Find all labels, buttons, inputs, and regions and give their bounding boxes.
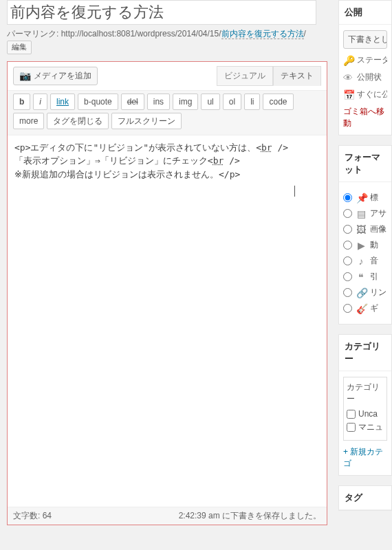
format-radio[interactable]: [343, 272, 352, 281]
category-label: Unca: [358, 409, 378, 419]
format-label: 音: [370, 255, 378, 267]
format-option[interactable]: ❝引: [343, 271, 387, 283]
quicktag-toolbar: b i link b-quote del ins img ul ol li co…: [8, 90, 327, 135]
format-option[interactable]: ♪音: [343, 255, 387, 267]
category-item[interactable]: Unca: [347, 409, 384, 419]
format-box: フォーマット 📌標▤アサ🖼画像▶動♪音❝引🔗リン🎸ギ: [338, 145, 392, 324]
permalink-slug[interactable]: 前内容を復元する方法: [221, 29, 304, 39]
add-new-category[interactable]: + 新規カテゴ: [343, 446, 387, 470]
qt-del[interactable]: del: [121, 94, 144, 110]
format-icon: 📌: [356, 192, 366, 204]
permalink-label: パーマリンク:: [7, 29, 58, 38]
format-icon: 🖼: [356, 224, 366, 235]
qt-ol[interactable]: ol: [223, 94, 241, 110]
format-radio[interactable]: [343, 225, 352, 234]
format-icon: ♪: [356, 256, 366, 267]
post-title-input[interactable]: 前内容を復元する方法: [7, 0, 316, 25]
permalink-url-prefix: http://localhost:8081/wordpress/2014/04/…: [61, 29, 221, 38]
text-cursor: [294, 186, 295, 197]
key-icon: 🔑: [343, 55, 353, 66]
format-label: 画像: [370, 223, 386, 235]
format-option[interactable]: 🎸ギ: [343, 302, 387, 314]
qt-link[interactable]: link: [50, 94, 75, 110]
calendar-icon: 📅: [343, 89, 353, 100]
permalink-row: パーマリンク: http://localhost:8081/wordpress/…: [7, 28, 327, 54]
format-icon: ▤: [356, 208, 366, 219]
tags-box: タグ: [338, 485, 392, 511]
format-radio[interactable]: [343, 209, 352, 218]
category-checkbox[interactable]: [347, 423, 356, 432]
format-radio[interactable]: [343, 304, 352, 313]
format-icon: 🎸: [356, 303, 366, 314]
format-icon: ▶: [356, 240, 366, 251]
word-count-value: 64: [43, 511, 52, 520]
category-box: カテゴリー カテゴリー Uncaマニュ + 新規カテゴ: [338, 334, 392, 476]
add-media-button[interactable]: 📷 メディアを追加: [13, 67, 98, 85]
format-radio[interactable]: [343, 256, 352, 265]
qt-more[interactable]: more: [13, 113, 44, 129]
qt-img[interactable]: img: [173, 94, 198, 110]
publish-title: 公開: [339, 1, 391, 25]
eye-icon: 👁: [343, 72, 353, 83]
status-label: ステータ: [357, 54, 387, 66]
word-count: 文字数: 64: [13, 510, 52, 522]
format-option[interactable]: 🖼画像: [343, 223, 387, 235]
format-icon: 🔗: [356, 287, 366, 298]
format-icon: ❝: [356, 272, 366, 283]
format-label: 標: [370, 192, 378, 204]
media-icon: 📷: [19, 70, 31, 81]
format-title: フォーマット: [339, 146, 391, 182]
add-media-label: メディアを追加: [34, 70, 91, 82]
category-title: カテゴリー: [339, 335, 391, 371]
schedule-label: すぐに公: [357, 89, 387, 100]
format-radio[interactable]: [343, 288, 352, 297]
format-option[interactable]: ▤アサ: [343, 208, 387, 219]
qt-italic[interactable]: i: [33, 94, 47, 110]
edit-slug-button[interactable]: 編集: [7, 41, 32, 54]
qt-fullscreen[interactable]: フルスクリーン: [111, 113, 182, 129]
content-textarea[interactable]: <p>エディタの下に"リビジョン"が表示されていない方は、<br />「表示オプ…: [8, 135, 327, 507]
format-option[interactable]: ▶動: [343, 239, 387, 251]
category-label: マニュ: [358, 421, 383, 433]
format-label: 動: [370, 239, 378, 251]
format-label: リン: [370, 287, 386, 298]
format-radio[interactable]: [343, 193, 352, 202]
qt-ins[interactable]: ins: [147, 94, 170, 110]
editor-container: 📷 メディアを追加 ビジュアル テキスト b i link b-quote de…: [7, 61, 327, 525]
category-checkbox[interactable]: [347, 410, 356, 419]
move-to-trash[interactable]: ゴミ箱へ移動: [343, 106, 387, 129]
format-label: 引: [370, 271, 378, 283]
save-draft-button[interactable]: 下書きとし: [343, 30, 387, 49]
format-radio[interactable]: [343, 241, 352, 250]
word-count-label: 文字数:: [13, 511, 40, 520]
tab-visual[interactable]: ビジュアル: [217, 66, 273, 86]
qt-close-tags[interactable]: タグを閉じる: [47, 113, 109, 129]
qt-bold[interactable]: b: [13, 94, 30, 110]
format-label: アサ: [370, 208, 386, 219]
tags-title: タグ: [339, 486, 391, 510]
qt-ul[interactable]: ul: [201, 94, 219, 110]
category-item[interactable]: マニュ: [347, 421, 384, 433]
visibility-label: 公開状: [357, 72, 382, 83]
category-tab[interactable]: カテゴリー: [347, 382, 384, 405]
qt-blockquote[interactable]: b-quote: [78, 94, 118, 110]
autosave-status: 2:42:39 am に下書きを保存しました。: [179, 510, 321, 522]
qt-li[interactable]: li: [244, 94, 260, 110]
publish-box: 公開 下書きとし 🔑ステータ 👁公開状 📅すぐに公 ゴミ箱へ移動: [338, 0, 392, 135]
format-label: ギ: [370, 302, 378, 314]
format-option[interactable]: 📌標: [343, 192, 387, 204]
qt-code[interactable]: code: [263, 94, 293, 110]
tab-text[interactable]: テキスト: [273, 66, 321, 86]
format-option[interactable]: 🔗リン: [343, 287, 387, 298]
